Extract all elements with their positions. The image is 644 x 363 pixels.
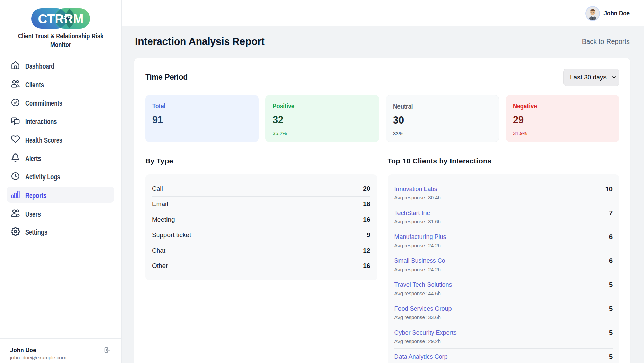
svg-text:CTRRM: CTRRM bbox=[38, 11, 83, 26]
